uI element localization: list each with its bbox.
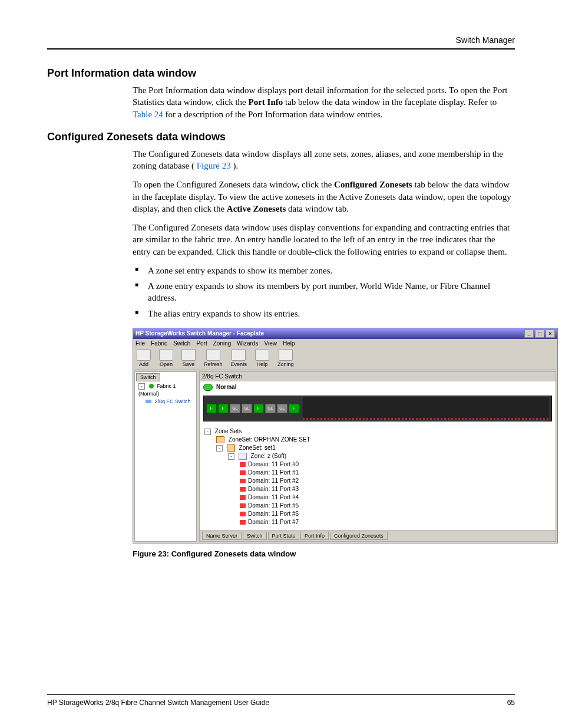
expand-handle-icon[interactable]: - [204, 429, 211, 435]
member-icon [240, 487, 246, 492]
zone-sets-root[interactable]: - Zone Sets [204, 427, 551, 436]
toolbar-refresh[interactable]: Refresh [204, 349, 223, 367]
page-footer: HP StorageWorks 2/8q Fibre Channel Switc… [47, 694, 515, 707]
port-2[interactable]: GL [230, 404, 240, 413]
port-1[interactable]: F [218, 404, 229, 413]
figure-23-link[interactable]: Figure 23 [197, 161, 231, 170]
menu-view[interactable]: View [264, 340, 277, 347]
conf-zs-bold1: Configured Zonesets [334, 180, 412, 189]
menu-file[interactable]: File [135, 340, 145, 347]
port-5[interactable]: GL [265, 404, 276, 413]
port-info-paragraph: The Port Information data window display… [133, 84, 515, 120]
conf-zs-p2: To open the Configured Zonesets data win… [133, 179, 515, 215]
faceplate-padding [303, 397, 549, 420]
port-7[interactable]: F [289, 404, 299, 413]
menu-wizards[interactable]: Wizards [237, 340, 258, 347]
member-label: Domain: 11 Port #6 [248, 510, 299, 517]
menubar: File Fabric Switch Port Zoning Wizards V… [133, 339, 557, 348]
zone-member[interactable]: Domain: 11 Port #6 [204, 510, 551, 518]
table-24-link[interactable]: Table 24 [133, 110, 163, 119]
bottom-tabs: Name Server Switch Port Stats Port Info … [200, 530, 556, 541]
bullet-item: The alias entry expands to show its entr… [133, 308, 515, 319]
tree-switch[interactable]: 2/8q FC Switch [136, 398, 195, 406]
zone-member[interactable]: Domain: 11 Port #2 [204, 477, 551, 485]
toolbar-help[interactable]: Help [255, 349, 269, 367]
toolbar-add[interactable]: Add [137, 349, 151, 367]
port-6[interactable]: GL [277, 404, 287, 413]
section-title-conf-zonesets: Configured Zonesets data windows [47, 131, 515, 143]
faceplate: F F GL GL F GL GL F [203, 396, 552, 421]
expand-handle-icon[interactable]: - [138, 383, 145, 390]
section-body-port-info: The Port Information data window display… [133, 84, 515, 120]
section-body-conf-zonesets: The Configured Zonesets data window disp… [133, 148, 515, 319]
toolbar-open[interactable]: Open [159, 349, 173, 367]
expand-handle-icon[interactable]: - [228, 453, 234, 460]
toolbar-label: Events [231, 361, 247, 367]
zone-z[interactable]: - Zone: z (Soft) [204, 452, 551, 460]
tab-port-stats[interactable]: Port Stats [268, 532, 300, 540]
close-button[interactable]: × [546, 330, 555, 338]
minimize-button[interactable]: _ [524, 330, 534, 338]
zone-member[interactable]: Domain: 11 Port #0 [204, 460, 551, 469]
zone-member[interactable]: Domain: 11 Port #4 [204, 493, 551, 502]
port-0[interactable]: F [206, 404, 217, 413]
conf-zs-bold2: Active Zonesets [227, 204, 286, 213]
port-3[interactable]: GL [242, 404, 252, 413]
section-title-port-info: Port Information data window [47, 67, 515, 80]
switch-icon [146, 400, 151, 403]
member-icon [240, 479, 246, 483]
maximize-button[interactable]: □ [535, 330, 544, 338]
zone-member[interactable]: Domain: 11 Port #1 [204, 469, 551, 477]
zoneset-orphan[interactable]: ZoneSet: ORPHAN ZONE SET [204, 436, 551, 444]
status-row: Normal [200, 381, 556, 393]
figure-caption: Figure 23: Configured Zonesets data wind… [133, 549, 515, 558]
right-pane-header: 2/8q FC Switch [200, 372, 556, 381]
zone-icon [239, 453, 247, 460]
main-area: Switch - Fabric 1 (Normal) 2/8q FC Switc… [133, 370, 557, 543]
tree-fabric[interactable]: - Fabric 1 (Normal) [136, 383, 195, 398]
zone-member[interactable]: Domain: 11 Port #3 [204, 485, 551, 493]
bullet-item: A zone entry expands to show its members… [133, 280, 515, 304]
zoneset-label: ZoneSet: set1 [239, 444, 276, 451]
text: for a description of the Port Informatio… [166, 110, 383, 119]
tab-port-info[interactable]: Port Info [300, 532, 329, 540]
zone-member[interactable]: Domain: 11 Port #5 [204, 502, 551, 510]
status-text: Normal [216, 384, 236, 390]
member-label: Domain: 11 Port #7 [248, 519, 299, 525]
zone-tree: - Zone Sets ZoneSet: ORPHAN ZONE SET - Z… [200, 424, 556, 530]
zoneset-set1[interactable]: - ZoneSet: set1 [204, 444, 551, 452]
left-pane: Switch - Fabric 1 (Normal) 2/8q FC Switc… [134, 371, 197, 542]
member-icon [240, 470, 246, 475]
zoning-icon [279, 349, 293, 361]
open-icon [159, 349, 173, 361]
toolbar-save[interactable]: Save [181, 349, 196, 367]
conf-zs-p3: The Configured Zonesets data window uses… [133, 222, 515, 258]
tab-switch[interactable]: Switch [243, 532, 267, 540]
zoneset-icon [216, 436, 224, 443]
tab-name-server[interactable]: Name Server [202, 532, 242, 540]
tab-configured-zonesets[interactable]: Configured Zonesets [330, 532, 388, 540]
refresh-icon [206, 349, 220, 361]
toolbar-zoning[interactable]: Zoning [277, 349, 294, 367]
menu-fabric[interactable]: Fabric [151, 340, 167, 347]
menu-switch[interactable]: Switch [173, 340, 190, 347]
toolbar-events[interactable]: Events [231, 349, 247, 367]
port-info-bold: Port Info [249, 97, 283, 107]
menu-help[interactable]: Help [283, 340, 295, 347]
app-window: HP StorageWorks Switch Manager - Facepla… [133, 328, 558, 543]
member-label: Domain: 11 Port #1 [248, 469, 299, 476]
left-tab-switch[interactable]: Switch [136, 373, 160, 381]
member-label: Domain: 11 Port #5 [248, 502, 299, 509]
port-4[interactable]: F [253, 404, 264, 413]
page-header-right: Switch Manager [47, 35, 515, 45]
menu-zoning[interactable]: Zoning [213, 340, 232, 347]
member-label: Domain: 11 Port #0 [248, 461, 299, 467]
status-led-icon [203, 384, 213, 391]
member-icon [240, 462, 246, 467]
expand-handle-icon[interactable]: - [216, 445, 223, 452]
toolbar-label: Help [257, 361, 268, 367]
right-pane: 2/8q FC Switch Normal F F GL GL F GL GL … [199, 371, 556, 542]
menu-port[interactable]: Port [196, 340, 207, 347]
text: data window tab. [288, 204, 349, 213]
zone-member[interactable]: Domain: 11 Port #7 [204, 518, 551, 526]
